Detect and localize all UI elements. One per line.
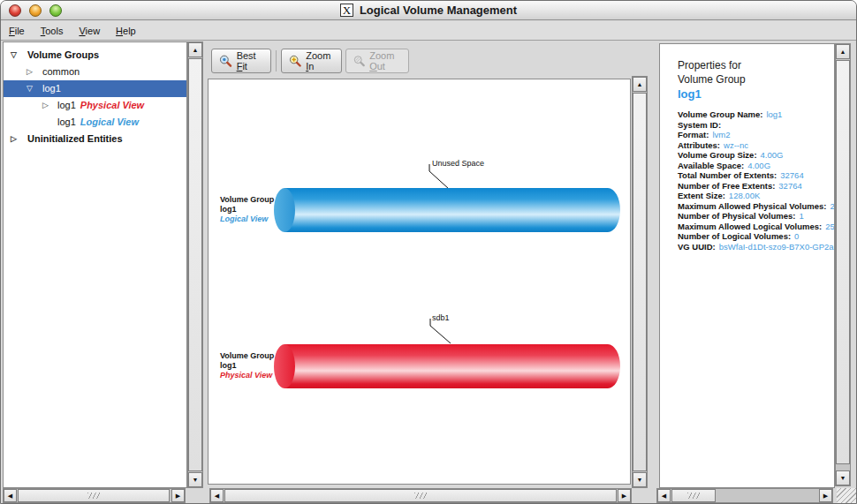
property-value: 4.00G [761, 150, 784, 160]
scroll-right-icon[interactable]: ▶ [819, 489, 832, 502]
property-row: Maximum Allowed Physical Volumes:256 [678, 201, 834, 212]
menu-help[interactable]: Help [116, 26, 136, 36]
tree-item-label: log1 [57, 117, 76, 127]
logical-view-caption: Logical View [220, 214, 274, 224]
zoom-out-icon [353, 53, 365, 69]
expander-right-icon[interactable]: ▷ [27, 64, 33, 80]
physical-volume-cylinder[interactable] [274, 344, 620, 388]
zoom-out-label: Zoom Out [369, 50, 401, 71]
close-button[interactable] [9, 4, 21, 17]
tree-item-log1-physical-view[interactable]: ▷ log1Physical View [4, 97, 186, 114]
minimize-button[interactable] [29, 4, 42, 17]
property-row: Volume Group Size:4.00G [678, 150, 834, 161]
zoom-out-button[interactable]: Zoom Out [345, 49, 409, 73]
property-row: Number of Free Extents:32764 [678, 181, 834, 192]
x11-icon: X [340, 4, 353, 17]
zoom-in-button[interactable]: Zoom In [281, 49, 342, 73]
property-value: log1 [766, 109, 782, 119]
tree-item-label: Volume Groups [27, 47, 99, 64]
property-row: Format:lvm2 [678, 130, 834, 140]
physical-view-label: Volume Group log1 Physical View [220, 351, 274, 380]
tree-item-label: log1 [42, 80, 61, 97]
scroll-right-icon[interactable]: ▶ [171, 489, 185, 502]
group-label-line: Volume Group [220, 195, 274, 205]
title-bar[interactable]: X Logical Volume Management [1, 1, 856, 20]
scroll-down-icon[interactable]: ▼ [633, 472, 647, 487]
window-resize-grip[interactable] [837, 488, 856, 503]
zoom-in-icon [289, 53, 301, 69]
group-label-name: log1 [220, 205, 274, 214]
property-value: 1 [799, 211, 803, 221]
property-value: 32764 [780, 170, 803, 180]
tree-item-log1-logical-view[interactable]: log1Logical View [4, 114, 186, 131]
volume-canvas: Volume Group log1 Logical View Unused Sp… [208, 79, 631, 485]
tree-item-volume-groups[interactable]: ▽ Volume Groups [4, 47, 186, 64]
tree-item-label: Uninitialized Entities [27, 131, 123, 147]
best-fit-icon [219, 53, 232, 69]
zoom-window-button[interactable] [49, 4, 62, 17]
tree-item-common[interactable]: ▷ common [4, 64, 186, 80]
scroll-up-icon[interactable]: ▲ [836, 44, 850, 59]
scroll-up-icon[interactable]: ▲ [188, 42, 202, 57]
scrollbar-thumb[interactable] [671, 489, 716, 502]
tree-horizontal-scrollbar[interactable]: ◀ ▶ [3, 488, 186, 503]
best-fit-button[interactable]: Best Fit [211, 49, 271, 73]
volume-tree: ▽ Volume Groups ▷ common ▽ log1 ▷ log1Ph… [3, 41, 187, 488]
menu-tools[interactable]: Tools [41, 26, 64, 36]
property-row: VG UUID:bsWfaI-d1Dt-szo9-B7X0-GP2a-fdRQ-… [678, 242, 834, 252]
property-value: 0 [794, 231, 799, 241]
property-label: System ID: [678, 120, 721, 130]
tree-item-view-label: Physical View [80, 100, 144, 110]
expander-down-icon[interactable]: ▽ [11, 47, 17, 64]
canvas-vertical-scrollbar[interactable]: ▲ ▼ [632, 76, 648, 488]
tree-item-uninitialized-entities[interactable]: ▷ Uninitialized Entities [4, 131, 186, 147]
scroll-up-icon[interactable]: ▲ [633, 77, 647, 92]
property-value: bsWfaI-d1Dt-szo9-B7X0-GP2a-fdRQ-3 [719, 242, 835, 252]
property-row: Extent Size:128.00K [678, 191, 834, 201]
scroll-left-icon[interactable]: ◀ [210, 489, 224, 502]
expander-right-icon[interactable]: ▷ [42, 97, 49, 114]
menu-file[interactable]: File [9, 26, 25, 36]
tree-item-label: log1 [57, 100, 76, 110]
property-label: Volume Group Size: [678, 150, 757, 160]
scroll-right-icon[interactable]: ▶ [618, 489, 631, 502]
properties-vertical-scrollbar[interactable]: ▲ ▼ [835, 43, 851, 486]
properties-horizontal-scrollbar[interactable]: ◀ ▶ [656, 488, 833, 503]
scrollbar-thumb[interactable] [224, 489, 617, 502]
expander-right-icon[interactable]: ▷ [11, 131, 17, 147]
scrollbar-thumb[interactable] [18, 489, 170, 502]
property-label: Number of Free Extents: [678, 181, 775, 191]
property-row: Volume Group Name:log1 [678, 109, 834, 120]
property-label: Attributes: [678, 140, 720, 150]
scroll-down-icon[interactable]: ▼ [188, 472, 202, 487]
property-value: 32764 [778, 181, 801, 191]
toolbar-separator [276, 50, 277, 71]
properties-header-line2: Volume Group [678, 72, 834, 87]
logical-volume-cylinder[interactable] [274, 188, 620, 232]
property-value: 128.00K [729, 191, 760, 200]
property-row: Total Number of Extents:32764 [678, 170, 834, 181]
tree-vertical-scrollbar[interactable]: ▲ ▼ [187, 41, 203, 488]
scrollbar-thumb[interactable] [836, 60, 850, 464]
tree-item-log1[interactable]: ▽ log1 [4, 80, 186, 97]
property-value: 4.00G [747, 161, 770, 170]
menu-bar: File Tools View Help [1, 21, 856, 41]
menu-view[interactable]: View [79, 26, 100, 36]
scroll-down-icon[interactable]: ▼ [836, 470, 850, 485]
property-label: Format: [678, 130, 709, 139]
logical-view-label: Volume Group log1 Logical View [220, 195, 274, 224]
canvas-horizontal-scrollbar[interactable]: ◀ ▶ [209, 488, 632, 503]
property-label: Total Number of Extents: [678, 170, 777, 180]
scroll-left-icon[interactable]: ◀ [657, 489, 671, 502]
scrollbar-thumb[interactable] [633, 93, 647, 471]
app-window: X Logical Volume Management File Tools V… [0, 0, 857, 504]
scroll-left-icon[interactable]: ◀ [4, 489, 17, 502]
property-label: Volume Group Name: [678, 109, 762, 119]
expander-down-icon[interactable]: ▽ [27, 80, 33, 97]
best-fit-label: Best Fit [237, 50, 263, 71]
tree-item-view-label: Logical View [80, 117, 139, 127]
group-label-name: log1 [220, 361, 274, 371]
group-label-line: Volume Group [220, 351, 274, 361]
scrollbar-thumb[interactable] [188, 58, 202, 471]
property-label: VG UUID: [678, 242, 716, 252]
